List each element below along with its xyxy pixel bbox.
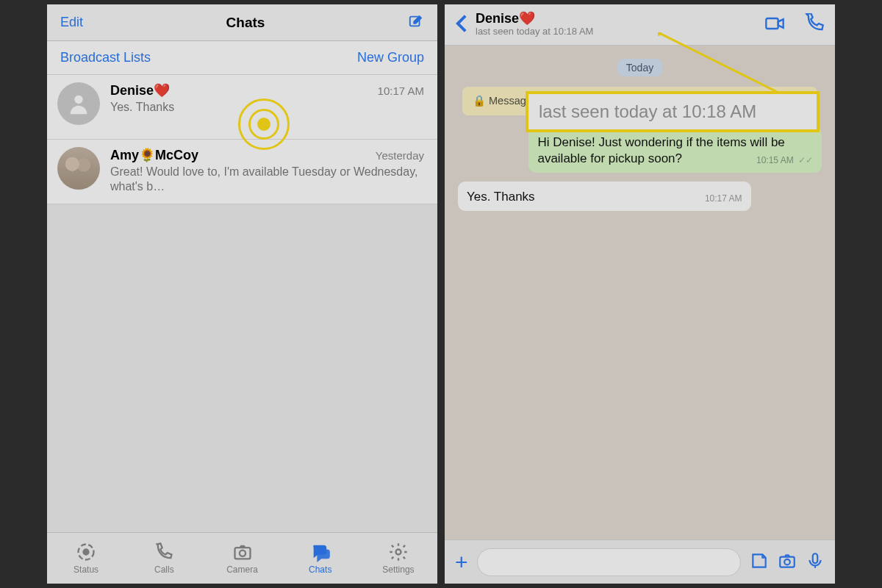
voice-call-button[interactable] <box>804 13 825 37</box>
message-input[interactable] <box>477 548 741 576</box>
mic-button[interactable] <box>806 551 825 573</box>
chat-preview: Yes. Thanks <box>110 100 424 115</box>
svg-point-6 <box>395 550 401 555</box>
phone-icon <box>804 13 825 34</box>
tab-calls[interactable]: Calls <box>125 533 203 584</box>
svg-rect-7 <box>766 18 778 29</box>
svg-rect-12 <box>813 553 818 563</box>
svg-rect-10 <box>780 556 795 567</box>
chats-title: Chats <box>226 15 265 31</box>
person-icon <box>66 91 91 116</box>
message-time: 10:15 AM ✓✓ <box>756 155 813 167</box>
camera-icon <box>778 551 797 570</box>
chat-row[interactable]: Amy🌻McCoy Yesterday Great! Would love to… <box>47 140 437 204</box>
lock-icon: 🔒 <box>473 95 486 107</box>
video-call-button[interactable] <box>764 13 785 37</box>
phone-icon <box>154 542 174 562</box>
compose-button[interactable] <box>408 13 424 32</box>
gear-icon <box>388 542 409 562</box>
tab-label: Status <box>74 564 98 575</box>
screenshot-stage: Edit Chats Broadcast Lists New Group Den… <box>47 4 835 584</box>
svg-rect-4 <box>234 548 250 559</box>
broadcast-lists-button[interactable]: Broadcast Lists <box>60 50 151 65</box>
chat-row-main: Amy🌻McCoy Yesterday Great! Would love to… <box>110 147 424 196</box>
encryption-notice: 🔒Messages to this chat and calls are now… <box>462 87 817 115</box>
conversation-body[interactable]: Today 🔒Messages to this chat and calls a… <box>445 46 835 539</box>
compose-icon <box>408 13 424 29</box>
avatar <box>57 82 100 125</box>
new-group-button[interactable]: New Group <box>357 50 424 65</box>
chevron-left-icon <box>455 14 468 33</box>
camera-button[interactable] <box>778 551 797 573</box>
sticker-button[interactable] <box>750 551 769 573</box>
svg-point-5 <box>239 551 245 556</box>
svg-point-11 <box>784 559 790 564</box>
chat-preview: Great! Would love to, I'm available Tues… <box>110 165 424 194</box>
tab-bar: Status Calls Camera Chats Settings <box>47 532 437 584</box>
chats-icon <box>310 542 331 562</box>
chats-list-screen: Edit Chats Broadcast Lists New Group Den… <box>47 4 437 584</box>
contact-name: Denise❤️ <box>476 12 757 26</box>
message-text: Yes. Thanks <box>467 190 535 204</box>
tab-label: Chats <box>309 564 331 575</box>
back-button[interactable] <box>455 14 468 36</box>
camera-icon <box>232 542 253 562</box>
conversation-title[interactable]: Denise❤️ last seen today at 10:18 AM <box>476 12 757 37</box>
message-time: 10:17 AM <box>705 193 742 205</box>
message-out[interactable]: Hi Denise! Just wondering if the items w… <box>528 127 822 173</box>
chat-name: Denise❤️ <box>110 82 170 98</box>
video-icon <box>764 13 785 34</box>
status-icon <box>76 542 96 562</box>
svg-point-1 <box>74 96 82 104</box>
chat-row[interactable]: Denise❤️ 10:17 AM Yes. Thanks <box>47 75 437 140</box>
delivered-checks-icon: ✓✓ <box>796 155 813 165</box>
edit-button[interactable]: Edit <box>60 15 83 30</box>
day-pill: Today <box>617 59 662 76</box>
tab-chats[interactable]: Chats <box>282 533 359 584</box>
tab-status[interactable]: Status <box>47 533 125 584</box>
tab-camera[interactable]: Camera <box>203 533 281 584</box>
chat-name: Amy🌻McCoy <box>110 147 198 163</box>
chats-header: Edit Chats <box>47 4 437 41</box>
encryption-text: Messages to this chat and calls are now … <box>489 95 719 107</box>
attach-button[interactable]: + <box>455 550 468 575</box>
chat-time: 10:17 AM <box>378 85 424 97</box>
chats-subheader: Broadcast Lists New Group <box>47 41 437 75</box>
message-in[interactable]: Yes. Thanks 10:17 AM <box>458 182 751 211</box>
mic-icon <box>806 551 825 570</box>
last-seen: last seen today at 10:18 AM <box>476 26 757 37</box>
sticker-icon <box>750 551 769 570</box>
chat-row-main: Denise❤️ 10:17 AM Yes. Thanks <box>110 82 424 132</box>
conversation-header: Denise❤️ last seen today at 10:18 AM <box>445 4 835 46</box>
chat-time: Yesterday <box>376 149 424 162</box>
tab-label: Calls <box>154 564 174 575</box>
message-input-bar: + <box>445 539 835 584</box>
tab-label: Settings <box>382 564 414 575</box>
tab-label: Camera <box>226 564 258 575</box>
message-text: Hi Denise! Just wondering if the items w… <box>537 135 784 165</box>
tab-settings[interactable]: Settings <box>359 533 437 584</box>
avatar <box>57 147 100 190</box>
svg-point-3 <box>84 550 89 555</box>
conversation-screen: Denise❤️ last seen today at 10:18 AM Tod… <box>445 4 835 584</box>
